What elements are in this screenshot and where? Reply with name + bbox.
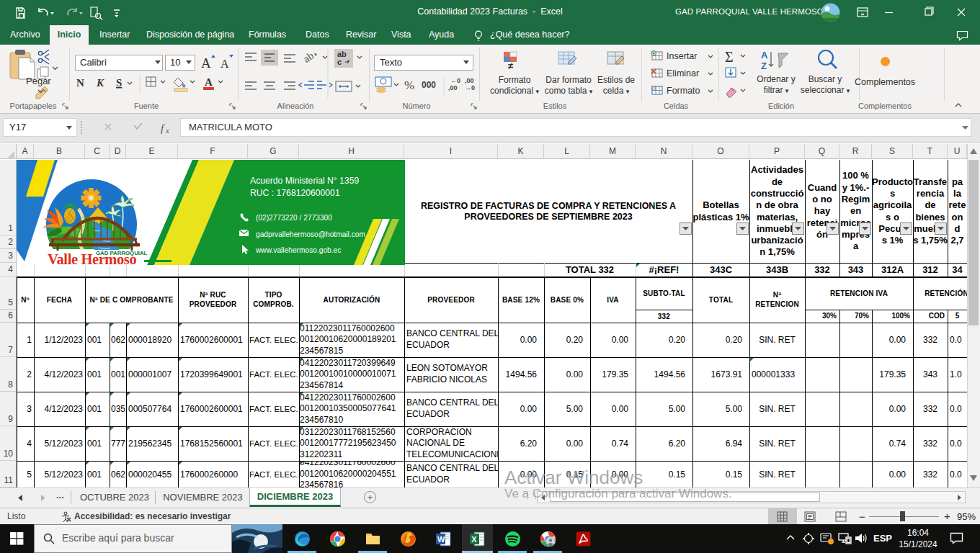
svg-text:,00: ,00 bbox=[465, 77, 474, 84]
svg-text:A: A bbox=[205, 76, 213, 88]
svg-text:RUC : 1768120600001: RUC : 1768120600001 bbox=[250, 188, 340, 198]
svg-text:A: A bbox=[201, 55, 211, 71]
svg-text:Z: Z bbox=[761, 60, 767, 71]
svg-text:www.vallehermoso.gob.ec: www.vallehermoso.gob.ec bbox=[255, 246, 341, 254]
svg-text:≠: ≠ bbox=[508, 60, 513, 71]
svg-text:%: % bbox=[404, 78, 414, 92]
svg-text:→0: →0 bbox=[465, 84, 475, 91]
svg-text:gadprvallehermoso@hotmail.com: gadprvallehermoso@hotmail.com bbox=[256, 230, 365, 238]
svg-text:c: c bbox=[337, 58, 342, 66]
svg-text:←0: ←0 bbox=[450, 77, 460, 84]
svg-text:f: f bbox=[161, 122, 165, 134]
svg-text:Σ: Σ bbox=[725, 49, 734, 65]
svg-text:K: K bbox=[96, 77, 104, 89]
svg-text:S: S bbox=[116, 77, 122, 89]
svg-text:X: X bbox=[471, 535, 477, 544]
svg-text:W: W bbox=[437, 535, 445, 544]
svg-text:(02)2773220 / 2773300: (02)2773220 / 2773300 bbox=[256, 214, 332, 222]
svg-text:x: x bbox=[165, 126, 169, 135]
svg-text:000: 000 bbox=[422, 80, 436, 90]
svg-text:Valle Hermoso: Valle Hermoso bbox=[48, 251, 136, 267]
svg-text:A: A bbox=[220, 58, 229, 70]
svg-text:ab: ab bbox=[301, 50, 316, 65]
svg-text:Acuerdo Ministerial N° 1359: Acuerdo Ministerial N° 1359 bbox=[250, 176, 359, 186]
svg-text:,00: ,00 bbox=[448, 84, 458, 91]
svg-text:A: A bbox=[761, 50, 768, 60]
svg-text:N: N bbox=[76, 77, 84, 89]
